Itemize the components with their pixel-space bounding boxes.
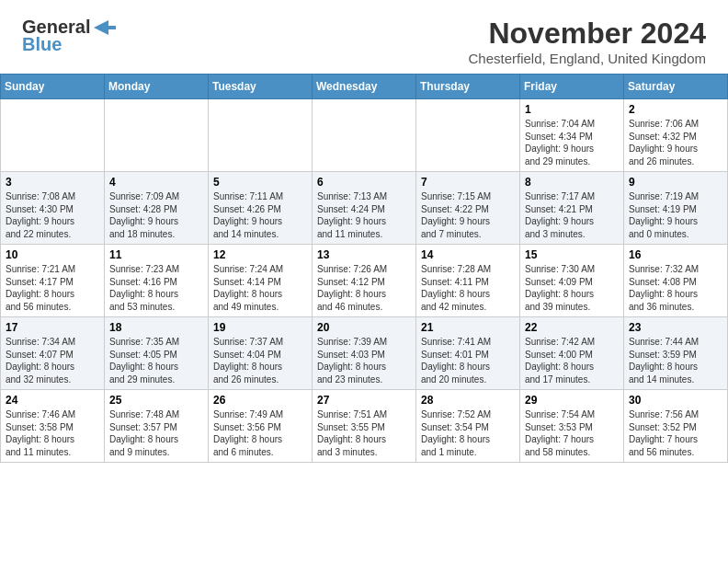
day-header-sunday: Sunday [1, 75, 105, 99]
calendar-cell: 9Sunrise: 7:19 AM Sunset: 4:19 PM Daylig… [624, 172, 728, 245]
day-number: 18 [109, 321, 203, 334]
cell-info: Sunrise: 7:56 AM Sunset: 3:52 PM Dayligh… [629, 408, 722, 458]
day-number: 4 [109, 176, 203, 189]
day-number: 15 [525, 248, 619, 261]
day-number: 1 [525, 103, 619, 116]
cell-info: Sunrise: 7:09 AM Sunset: 4:28 PM Dayligh… [109, 190, 203, 240]
calendar-cell: 11Sunrise: 7:23 AM Sunset: 4:16 PM Dayli… [105, 245, 209, 317]
day-number: 8 [525, 176, 619, 189]
calendar-cell: 5Sunrise: 7:11 AM Sunset: 4:26 PM Daylig… [209, 172, 313, 245]
calendar-cell [416, 99, 520, 172]
location-subtitle: Chesterfield, England, United Kingdom [469, 51, 707, 66]
calendar-cell: 4Sunrise: 7:09 AM Sunset: 4:28 PM Daylig… [105, 172, 209, 245]
day-number: 3 [6, 176, 99, 189]
calendar-cell: 28Sunrise: 7:52 AM Sunset: 3:54 PM Dayli… [416, 390, 520, 463]
calendar-cell: 2Sunrise: 7:06 AM Sunset: 4:32 PM Daylig… [624, 99, 728, 172]
day-header-friday: Friday [520, 75, 624, 99]
day-number: 10 [6, 248, 99, 261]
cell-info: Sunrise: 7:17 AM Sunset: 4:21 PM Dayligh… [525, 190, 619, 240]
cell-info: Sunrise: 7:37 AM Sunset: 4:04 PM Dayligh… [213, 336, 307, 385]
calendar-week-row: 24Sunrise: 7:46 AM Sunset: 3:58 PM Dayli… [1, 390, 728, 463]
day-header-wednesday: Wednesday [313, 75, 416, 99]
calendar-week-row: 17Sunrise: 7:34 AM Sunset: 4:07 PM Dayli… [1, 317, 728, 390]
cell-info: Sunrise: 7:26 AM Sunset: 4:12 PM Dayligh… [317, 263, 411, 313]
day-number: 6 [317, 176, 411, 189]
day-number: 11 [109, 248, 203, 261]
calendar-cell: 30Sunrise: 7:56 AM Sunset: 3:52 PM Dayli… [624, 390, 728, 463]
day-number: 13 [317, 248, 411, 261]
day-number: 28 [421, 394, 515, 407]
cell-info: Sunrise: 7:13 AM Sunset: 4:24 PM Dayligh… [317, 190, 411, 240]
calendar-cell: 29Sunrise: 7:54 AM Sunset: 3:53 PM Dayli… [520, 390, 624, 463]
day-number: 14 [421, 248, 515, 261]
calendar-cell: 1Sunrise: 7:04 AM Sunset: 4:34 PM Daylig… [520, 99, 624, 172]
day-number: 5 [213, 176, 307, 189]
calendar-cell: 10Sunrise: 7:21 AM Sunset: 4:17 PM Dayli… [1, 245, 105, 317]
calendar-cell: 15Sunrise: 7:30 AM Sunset: 4:09 PM Dayli… [520, 245, 624, 317]
cell-info: Sunrise: 7:24 AM Sunset: 4:14 PM Dayligh… [213, 263, 307, 313]
calendar-week-row: 3Sunrise: 7:08 AM Sunset: 4:30 PM Daylig… [1, 172, 728, 245]
cell-info: Sunrise: 7:41 AM Sunset: 4:01 PM Dayligh… [421, 336, 515, 385]
cell-info: Sunrise: 7:19 AM Sunset: 4:19 PM Dayligh… [629, 190, 722, 240]
calendar-cell: 6Sunrise: 7:13 AM Sunset: 4:24 PM Daylig… [313, 172, 416, 245]
logo-arrow-icon [90, 18, 116, 37]
cell-info: Sunrise: 7:52 AM Sunset: 3:54 PM Dayligh… [421, 408, 515, 458]
day-number: 12 [213, 248, 307, 261]
day-number: 24 [6, 394, 99, 407]
day-number: 30 [629, 394, 722, 407]
cell-info: Sunrise: 7:42 AM Sunset: 4:00 PM Dayligh… [525, 336, 619, 385]
title-block: November 2024 Chesterfield, England, Uni… [469, 17, 707, 66]
calendar-cell: 26Sunrise: 7:49 AM Sunset: 3:56 PM Dayli… [209, 390, 313, 463]
cell-info: Sunrise: 7:39 AM Sunset: 4:03 PM Dayligh… [317, 336, 411, 385]
cell-info: Sunrise: 7:08 AM Sunset: 4:30 PM Dayligh… [6, 190, 99, 240]
cell-info: Sunrise: 7:48 AM Sunset: 3:57 PM Dayligh… [109, 408, 203, 458]
calendar-cell [313, 99, 416, 172]
svg-marker-0 [94, 20, 116, 35]
calendar-week-row: 10Sunrise: 7:21 AM Sunset: 4:17 PM Dayli… [1, 245, 728, 317]
calendar-week-row: 1Sunrise: 7:04 AM Sunset: 4:34 PM Daylig… [1, 99, 728, 172]
cell-info: Sunrise: 7:11 AM Sunset: 4:26 PM Dayligh… [213, 190, 307, 240]
calendar-cell [209, 99, 313, 172]
day-number: 21 [421, 321, 515, 334]
calendar-cell [1, 99, 105, 172]
day-header-monday: Monday [105, 75, 209, 99]
calendar-cell: 19Sunrise: 7:37 AM Sunset: 4:04 PM Dayli… [209, 317, 313, 390]
day-number: 25 [109, 394, 203, 407]
calendar-cell: 27Sunrise: 7:51 AM Sunset: 3:55 PM Dayli… [313, 390, 416, 463]
cell-info: Sunrise: 7:51 AM Sunset: 3:55 PM Dayligh… [317, 408, 411, 458]
day-number: 23 [629, 321, 722, 334]
calendar-cell: 22Sunrise: 7:42 AM Sunset: 4:00 PM Dayli… [520, 317, 624, 390]
day-number: 7 [421, 176, 515, 189]
day-number: 9 [629, 176, 722, 189]
calendar-cell: 16Sunrise: 7:32 AM Sunset: 4:08 PM Dayli… [624, 245, 728, 317]
calendar-cell: 17Sunrise: 7:34 AM Sunset: 4:07 PM Dayli… [1, 317, 105, 390]
calendar-cell: 25Sunrise: 7:48 AM Sunset: 3:57 PM Dayli… [105, 390, 209, 463]
day-number: 29 [525, 394, 619, 407]
page-header: General Blue November 2024 Chesterfield,… [0, 0, 728, 74]
cell-info: Sunrise: 7:46 AM Sunset: 3:58 PM Dayligh… [6, 408, 99, 458]
day-number: 2 [629, 103, 722, 116]
calendar-cell: 21Sunrise: 7:41 AM Sunset: 4:01 PM Dayli… [416, 317, 520, 390]
calendar-cell: 12Sunrise: 7:24 AM Sunset: 4:14 PM Dayli… [209, 245, 313, 317]
calendar-cell [105, 99, 209, 172]
day-number: 19 [213, 321, 307, 334]
cell-info: Sunrise: 7:06 AM Sunset: 4:32 PM Dayligh… [629, 118, 722, 167]
day-header-thursday: Thursday [416, 75, 520, 99]
day-number: 26 [213, 394, 307, 407]
calendar-cell: 24Sunrise: 7:46 AM Sunset: 3:58 PM Dayli… [1, 390, 105, 463]
calendar-cell: 18Sunrise: 7:35 AM Sunset: 4:05 PM Dayli… [105, 317, 209, 390]
cell-info: Sunrise: 7:21 AM Sunset: 4:17 PM Dayligh… [6, 263, 99, 313]
calendar-cell: 13Sunrise: 7:26 AM Sunset: 4:12 PM Dayli… [313, 245, 416, 317]
logo: General Blue [22, 17, 116, 55]
calendar-cell: 8Sunrise: 7:17 AM Sunset: 4:21 PM Daylig… [520, 172, 624, 245]
calendar-cell: 3Sunrise: 7:08 AM Sunset: 4:30 PM Daylig… [1, 172, 105, 245]
calendar-cell: 20Sunrise: 7:39 AM Sunset: 4:03 PM Dayli… [313, 317, 416, 390]
calendar-cell: 7Sunrise: 7:15 AM Sunset: 4:22 PM Daylig… [416, 172, 520, 245]
cell-info: Sunrise: 7:32 AM Sunset: 4:08 PM Dayligh… [629, 263, 722, 313]
cell-info: Sunrise: 7:35 AM Sunset: 4:05 PM Dayligh… [109, 336, 203, 385]
calendar-table: SundayMondayTuesdayWednesdayThursdayFrid… [0, 74, 728, 463]
day-number: 17 [6, 321, 99, 334]
month-year-title: November 2024 [469, 17, 707, 51]
cell-info: Sunrise: 7:44 AM Sunset: 3:59 PM Dayligh… [629, 336, 722, 385]
day-number: 27 [317, 394, 411, 407]
